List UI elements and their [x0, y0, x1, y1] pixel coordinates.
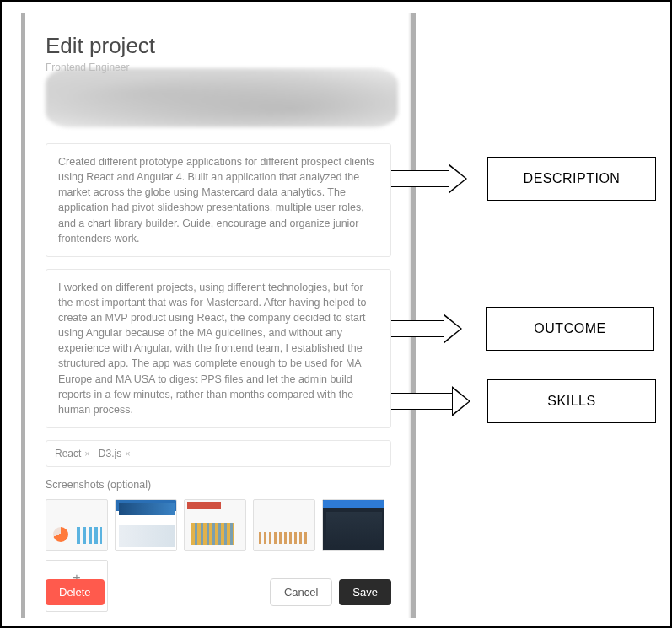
callout-label: DESCRIPTION	[487, 157, 656, 201]
page-title: Edit project	[46, 33, 391, 59]
skill-tag-label: React	[55, 448, 81, 459]
edit-project-panel: Edit project Frontend Engineer Created d…	[25, 13, 411, 618]
save-button[interactable]: Save	[339, 579, 391, 605]
screenshot-thumb[interactable]	[115, 499, 177, 551]
description-field[interactable]: Created different prototype applications…	[46, 143, 391, 257]
skill-tag[interactable]: D3.js ×	[99, 448, 131, 459]
callout-label: OUTCOME	[486, 307, 654, 351]
modal-backdrop: Edit project Frontend Engineer Created d…	[21, 13, 416, 618]
action-bar: Delete Cancel Save	[25, 578, 411, 606]
callout-skills: SKILLS	[371, 379, 656, 423]
arrow-head-icon	[452, 386, 470, 416]
skill-tag[interactable]: React ×	[55, 448, 90, 459]
redacted-area	[46, 68, 398, 127]
screenshot-thumb[interactable]	[322, 499, 384, 551]
skill-tag-label: D3.js	[99, 448, 121, 459]
callout-outcome: OUTCOME	[373, 307, 654, 351]
callout-description: DESCRIPTION	[356, 157, 656, 201]
callout-label: SKILLS	[487, 379, 656, 423]
skills-input[interactable]: React × D3.js ×	[46, 440, 391, 467]
screenshot-thumb[interactable]	[184, 499, 246, 551]
cancel-button[interactable]: Cancel	[270, 578, 332, 606]
remove-skill-icon[interactable]: ×	[125, 448, 130, 459]
screenshots-label: Screenshots (optional)	[46, 479, 391, 491]
screenshot-thumbnails	[46, 499, 391, 551]
arrow-head-icon	[449, 164, 467, 194]
screenshot-thumb[interactable]	[46, 499, 108, 551]
outcome-field[interactable]: I worked on different projects, using di…	[46, 269, 391, 428]
arrow-head-icon	[444, 314, 462, 344]
remove-skill-icon[interactable]: ×	[84, 448, 89, 459]
subtitle-text: Frontend Engineer	[46, 62, 129, 73]
screenshot-thumb[interactable]	[253, 499, 315, 551]
delete-button[interactable]: Delete	[46, 579, 105, 605]
